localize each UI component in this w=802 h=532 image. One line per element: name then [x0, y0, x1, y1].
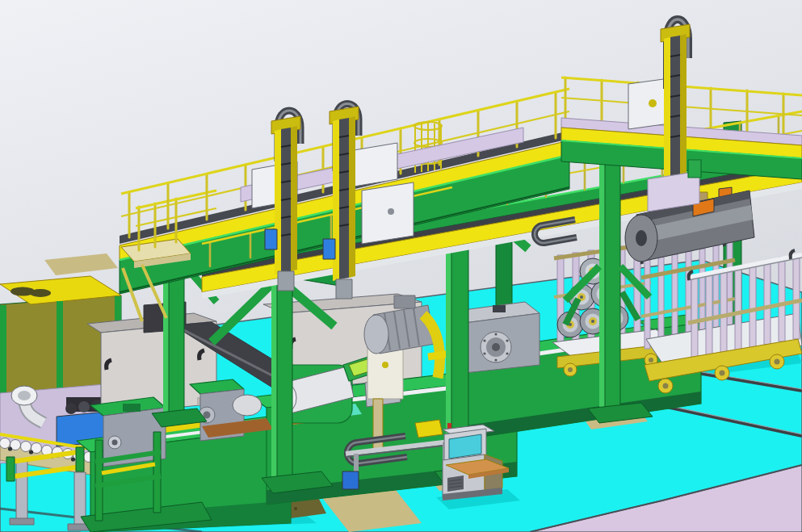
cad-render-stage — [0, 0, 802, 532]
cabinet-frame — [0, 305, 6, 396]
headstock-slot — [123, 404, 141, 412]
scene-canvas — [0, 0, 802, 532]
loader-servo-motor — [265, 229, 277, 249]
mast-foot — [278, 271, 294, 291]
loader-servo-motor — [323, 239, 335, 259]
mast-side — [291, 126, 297, 271]
mast-side — [680, 34, 687, 186]
loader-drive-motor — [688, 160, 701, 178]
cabinet-box — [362, 182, 414, 244]
yellow-stop — [415, 420, 443, 438]
mast-foot — [336, 279, 352, 299]
mast-channel — [670, 36, 680, 187]
mast-channel — [339, 118, 349, 279]
roll-bore — [636, 230, 647, 246]
frame-post — [153, 432, 161, 513]
flange-bore — [492, 343, 500, 351]
motor-endcap — [364, 315, 388, 354]
cabinet-knob — [388, 208, 394, 215]
cabinet-knob — [382, 362, 388, 368]
tail-cylinder — [233, 395, 262, 416]
frame-post — [95, 440, 103, 521]
mast-side — [349, 116, 355, 278]
cabinet-frame — [57, 301, 63, 392]
motor-junction-box — [394, 295, 415, 308]
platform-cabinet — [362, 182, 414, 244]
pump-part — [65, 403, 77, 414]
rail-motor — [342, 471, 359, 489]
pipe-bore — [18, 391, 31, 400]
mast-face — [275, 129, 281, 274]
cabinet-knob — [649, 99, 657, 107]
cabinet-vent — [30, 289, 51, 297]
carriage-box — [354, 143, 397, 186]
mast-face — [664, 37, 670, 189]
headstock-slot — [493, 305, 506, 312]
pump-part — [78, 401, 90, 413]
flange-bore — [112, 440, 118, 446]
